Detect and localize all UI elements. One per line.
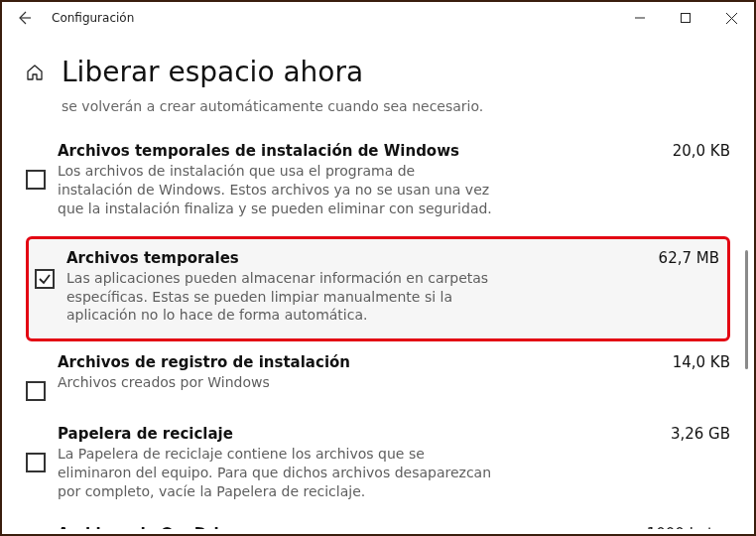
page-header: Liberar espacio ahora	[2, 34, 754, 98]
item-desc: Archivos creados por Windows	[58, 373, 494, 392]
item-size: 62,7 MB	[659, 249, 719, 267]
scrollbar-thumb[interactable]	[745, 250, 748, 369]
item-title: Archivos de OneDrive	[58, 525, 239, 529]
truncated-previous-desc: se volverán a crear automáticamente cuan…	[26, 98, 730, 114]
home-icon	[26, 64, 44, 81]
check-icon	[38, 272, 52, 286]
home-button[interactable]	[26, 64, 44, 81]
item-size: 1000 bytes	[647, 525, 730, 529]
cleanup-item: Papelera de reciclaje3,26 GBLa Papelera …	[26, 419, 730, 519]
cleanup-item: Archivos de OneDrive1000 bytes	[26, 519, 730, 529]
item-desc: Las aplicaciones pueden almacenar inform…	[66, 269, 503, 326]
maximize-button[interactable]	[663, 2, 708, 34]
maximize-icon	[681, 13, 691, 23]
item-title: Archivos de registro de instalación	[58, 353, 350, 371]
item-checkbox[interactable]	[26, 453, 46, 472]
minimize-icon	[635, 13, 645, 23]
svg-rect-0	[682, 14, 691, 23]
window-title: Configuración	[52, 11, 134, 25]
page-title: Liberar espacio ahora	[62, 56, 363, 88]
close-icon	[726, 13, 737, 24]
cleanup-item: Archivos temporales de instalación de Wi…	[26, 136, 730, 236]
item-desc: Los archivos de instalación que usa el p…	[58, 162, 494, 218]
window-controls	[617, 2, 754, 34]
item-checkbox[interactable]	[35, 269, 55, 289]
cleanup-item: Archivos temporales62,7 MBLas aplicacion…	[26, 236, 730, 342]
item-title: Papelera de reciclaje	[58, 425, 233, 443]
back-button[interactable]	[16, 10, 32, 26]
item-desc: La Papelera de reciclaje contiene los ar…	[58, 445, 494, 501]
item-title: Archivos temporales	[66, 249, 239, 267]
arrow-left-icon	[16, 10, 32, 26]
content-area: se volverán a crear automáticamente cuan…	[2, 98, 754, 529]
item-title: Archivos temporales de instalación de Wi…	[58, 142, 459, 160]
item-checkbox[interactable]	[26, 381, 46, 401]
item-checkbox[interactable]	[26, 170, 46, 190]
item-size: 14,0 KB	[673, 353, 730, 371]
cleanup-item: Archivos de registro de instalación14,0 …	[26, 347, 730, 419]
item-size: 3,26 GB	[671, 425, 730, 443]
minimize-button[interactable]	[617, 2, 663, 34]
close-button[interactable]	[708, 2, 754, 34]
titlebar: Configuración	[2, 2, 754, 34]
item-size: 20,0 KB	[673, 142, 730, 160]
